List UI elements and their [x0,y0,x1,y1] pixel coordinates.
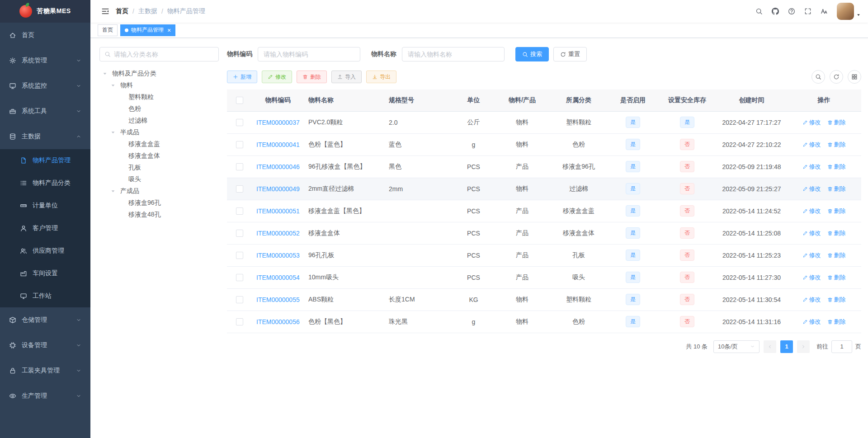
sidebar-subitem-1[interactable]: 物料产品分类 [0,172,90,194]
tab-1[interactable]: 物料产品管理× [120,24,175,36]
edit-link[interactable]: 修改 [802,185,821,193]
item-code-link[interactable]: ITEM00000056 [256,318,300,325]
add-button[interactable]: 新增 [227,71,257,83]
sidebar-item-3[interactable]: 系统工具 [0,99,90,124]
tree-node-6[interactable]: 移液盒盒盖 [99,138,219,150]
filter-code-input[interactable] [258,47,360,61]
caret-down-icon[interactable] [110,129,120,136]
sidebar-item-6[interactable]: 设备管理 [0,333,90,358]
tree-node-11[interactable]: 移液盒96孔 [99,197,219,209]
item-code-link[interactable]: ITEM00000053 [256,252,300,259]
edit-link[interactable]: 修改 [802,273,821,282]
row-checkbox[interactable] [236,141,243,148]
tree-node-10[interactable]: 产成品 [99,185,219,197]
search-button[interactable]: 搜索 [515,47,549,61]
edit-link[interactable]: 修改 [802,296,821,304]
export-button[interactable]: 导出 [366,71,396,83]
hamburger-icon[interactable] [98,2,113,20]
tree-node-12[interactable]: 移液盒48孔 [99,209,219,221]
sidebar-item-8[interactable]: 生产管理 [0,383,90,409]
delete-link[interactable]: 删除 [827,163,846,171]
column-settings-button[interactable] [848,70,861,84]
edit-link[interactable]: 修改 [802,229,821,237]
sidebar-item-5[interactable]: 仓储管理 [0,307,90,333]
tab-0[interactable]: 首页 [98,24,118,36]
row-checkbox[interactable] [236,318,243,325]
tree-node-5[interactable]: 半成品 [99,127,219,138]
refresh-button[interactable] [830,70,843,84]
row-checkbox[interactable] [236,252,243,259]
sidebar-subitem-0[interactable]: 物料产品管理 [0,149,90,172]
delete-button[interactable]: 删除 [297,71,327,83]
row-checkbox[interactable] [236,230,243,237]
delete-link[interactable]: 删除 [827,296,846,304]
sidebar-item-4[interactable]: 主数据 [0,124,90,149]
caret-down-icon[interactable] [110,188,120,195]
tree-node-9[interactable]: 吸头 [99,174,219,185]
tree-node-0[interactable]: 物料及产品分类 [99,68,219,80]
tree-node-4[interactable]: 过滤棉 [99,115,219,127]
item-code-link[interactable]: ITEM00000046 [256,163,300,170]
prev-page-button[interactable] [764,340,776,353]
breadcrumb-item-0[interactable]: 首页 [116,7,128,15]
row-checkbox[interactable] [236,119,243,126]
sidebar-subitem-5[interactable]: 车间设置 [0,262,90,285]
sidebar-subitem-6[interactable]: 工作站 [0,285,90,307]
edit-link[interactable]: 修改 [802,163,821,171]
sidebar-subitem-2[interactable]: 计量单位 [0,194,90,217]
delete-link[interactable]: 删除 [827,251,846,259]
avatar[interactable] [837,3,854,20]
caret-down-icon[interactable] [110,82,120,89]
sidebar-item-2[interactable]: 系统监控 [0,73,90,99]
caret-down-icon[interactable] [102,70,112,77]
tree-node-8[interactable]: 孔板 [99,162,219,174]
font-size-icon[interactable] [816,2,832,20]
item-code-link[interactable]: ITEM00000055 [256,296,300,303]
select-all-checkbox[interactable] [236,97,243,104]
row-checkbox[interactable] [236,185,243,193]
item-code-link[interactable]: ITEM00000054 [256,274,300,281]
row-checkbox[interactable] [236,207,243,215]
tree-node-1[interactable]: 物料 [99,80,219,91]
item-code-link[interactable]: ITEM00000051 [256,207,300,215]
delete-link[interactable]: 删除 [827,118,846,127]
sidebar-item-1[interactable]: 系统管理 [0,48,90,73]
delete-link[interactable]: 删除 [827,318,846,326]
item-code-link[interactable]: ITEM00000041 [256,141,300,148]
row-checkbox[interactable] [236,296,243,303]
import-button[interactable]: 导入 [331,71,362,83]
goto-page-input[interactable] [831,340,852,353]
edit-link[interactable]: 修改 [802,251,821,259]
page-number-1[interactable]: 1 [780,340,793,353]
delete-link[interactable]: 删除 [827,185,846,193]
sidebar-subitem-3[interactable]: 客户管理 [0,217,90,240]
app-logo[interactable]: 苦糖果MES [0,0,90,23]
edit-link[interactable]: 修改 [802,207,821,215]
delete-link[interactable]: 删除 [827,141,846,149]
delete-link[interactable]: 删除 [827,273,846,282]
user-menu[interactable] [837,3,861,20]
sidebar-item-0[interactable]: 首页 [0,23,90,48]
fullscreen-icon[interactable] [800,2,816,20]
item-code-link[interactable]: ITEM00000037 [256,119,300,126]
reset-button[interactable]: 重置 [553,47,587,61]
delete-link[interactable]: 删除 [827,207,846,215]
toggle-search-button[interactable] [811,70,825,84]
edit-button[interactable]: 修改 [262,71,292,83]
tree-node-3[interactable]: 色粉 [99,103,219,115]
delete-link[interactable]: 删除 [827,229,846,237]
row-checkbox[interactable] [236,163,243,170]
github-icon[interactable] [767,2,783,20]
edit-link[interactable]: 修改 [802,141,821,149]
page-size-select[interactable]: 10条/页 [713,340,760,353]
next-page-button[interactable] [797,340,810,353]
filter-name-input[interactable] [402,47,505,61]
search-icon[interactable] [751,2,767,20]
item-code-link[interactable]: ITEM00000049 [256,185,300,193]
item-code-link[interactable]: ITEM00000052 [256,230,300,237]
sidebar-item-7[interactable]: 工装夹具管理 [0,358,90,383]
edit-link[interactable]: 修改 [802,118,821,127]
row-checkbox[interactable] [236,274,243,281]
tree-node-7[interactable]: 移液盒盒体 [99,150,219,162]
tree-node-2[interactable]: 塑料颗粒 [99,91,219,103]
